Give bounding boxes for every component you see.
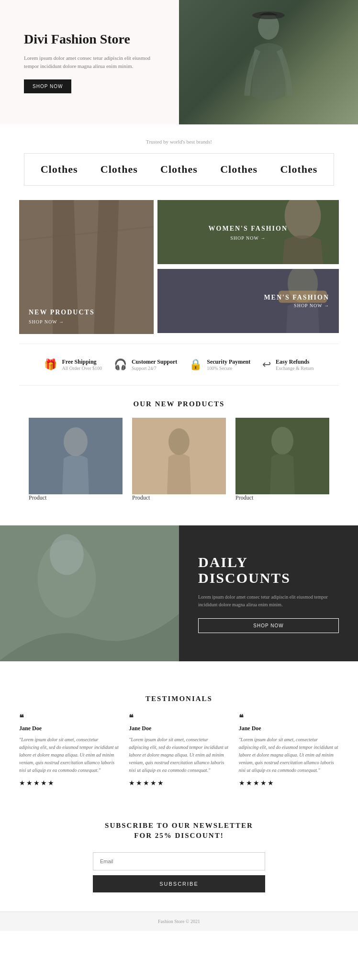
feature-text-support: Customer Support Support 24/7: [132, 358, 177, 371]
feature-title-refunds: Easy Refunds: [276, 358, 313, 366]
product-name-3: Product: [235, 494, 329, 501]
newsletter-email-input[interactable]: [93, 852, 265, 870]
product-image-3: [235, 418, 329, 494]
category-mens[interactable]: MEN'S FASHION SHOP NOW: [157, 269, 339, 334]
daily-discounts-description: Lorem ipsum dolor amet consec tetur adip…: [198, 593, 339, 609]
svg-point-16: [50, 534, 84, 575]
product-image-1: [29, 418, 123, 494]
category-womens[interactable]: WOMEN'S FASHION SHOP NOW: [157, 200, 339, 265]
daily-discounts-cta-button[interactable]: SHOP NOW: [198, 618, 339, 633]
svg-point-11: [168, 428, 190, 455]
brands-section: Trusted by world's best brands! Clothes …: [0, 124, 358, 200]
quote-icon-2: ❝: [129, 713, 229, 723]
feature-text-security: Security Payment 100% Secure: [207, 358, 250, 371]
testimonial-card-3: ❝ Jane Doe "Lorem ipsum dolor sit amet, …: [239, 713, 339, 787]
product-svg-1: [29, 418, 123, 494]
feature-text-refunds: Easy Refunds Exchange & Return: [276, 358, 313, 371]
hero-section: Divi Fashion Store Lorem ipsum dolor ame…: [0, 0, 358, 124]
category-right: WOMEN'S FASHION SHOP NOW MEN'S FASHION S…: [157, 200, 339, 334]
feature-free-shipping: 🎁 Free Shipping All Order Over $100: [44, 358, 102, 371]
testimonial-name-2: Jane Doe: [129, 725, 229, 732]
testimonials-grid: ❝ Jane Doe "Lorem ipsum dolor sit amet, …: [19, 713, 339, 787]
daily-discounts-title: DAILYDISCOUNTS: [198, 554, 339, 586]
product-svg-3: [235, 418, 329, 494]
newsletter-subscribe-button[interactable]: SUBSCRIBE: [93, 875, 265, 892]
product-image-2: [132, 418, 226, 494]
product-card-2[interactable]: Product: [132, 418, 226, 501]
testimonial-text-1: "Lorem ipsum dolor sit amet, consectetur…: [19, 736, 119, 774]
feature-support: 🎧 Customer Support Support 24/7: [114, 358, 177, 371]
brand-item-3: Clothes: [160, 163, 198, 176]
brand-item-1: Clothes: [41, 163, 78, 176]
daily-discounts-section: DAILYDISCOUNTS Lorem ipsum dolor amet co…: [0, 525, 358, 661]
new-products-link[interactable]: SHOP NOW: [29, 319, 144, 324]
mens-text: MEN'S FASHION SHOP NOW: [264, 294, 329, 309]
feature-text-shipping: Free Shipping All Order Over $100: [62, 358, 102, 371]
feature-subtitle-shipping: All Order Over $100: [62, 366, 102, 371]
testimonial-card-1: ❝ Jane Doe "Lorem ipsum dolor sit amet, …: [19, 713, 119, 787]
feature-title-security: Security Payment: [207, 358, 250, 366]
hero-text: Divi Fashion Store Lorem ipsum dolor ame…: [0, 12, 179, 112]
product-name-1: Product: [29, 494, 123, 501]
mens-overlay: MEN'S FASHION SHOP NOW: [157, 269, 339, 334]
svg-point-9: [64, 427, 88, 456]
testimonials-title: TESTIMONIALS: [19, 695, 339, 703]
feature-security: 🔒 Security Payment 100% Secure: [189, 358, 250, 371]
product-svg-2: [132, 418, 226, 494]
testimonial-text-2: "Lorem ipsum dolor sit amet, consectetur…: [129, 736, 229, 774]
daily-discounts-image: [0, 525, 179, 661]
hero-description: Lorem ipsum dolor amet consec tetur adip…: [24, 54, 160, 71]
brand-item-2: Clothes: [101, 163, 138, 176]
footer-text: Fashion Store © 2021: [158, 919, 200, 924]
newsletter-title: SUBSCRIBE TO OUR NEWSLETTERFOR 25% DISCO…: [10, 821, 348, 841]
hero-image: [179, 0, 358, 124]
feature-subtitle-refunds: Exchange & Return: [276, 366, 313, 371]
category-grid: NEW PRODUCTS SHOP NOW WOMEN'S FASHION SH…: [19, 200, 339, 334]
testimonial-stars-3: ★★★★★: [239, 779, 339, 787]
hero-cta-button[interactable]: SHOP NOW: [24, 79, 71, 93]
testimonials-section: TESTIMONIALS ❝ Jane Doe "Lorem ipsum dol…: [0, 661, 358, 802]
feature-subtitle-security: 100% Secure: [207, 366, 250, 371]
footer: Fashion Store © 2021: [0, 912, 358, 931]
testimonial-text-3: "Lorem ipsum dolor sit amet, consectetur…: [239, 736, 339, 774]
category-new-products[interactable]: NEW PRODUCTS SHOP NOW: [19, 200, 154, 334]
newsletter-section: SUBSCRIBE TO OUR NEWSLETTERFOR 25% DISCO…: [0, 802, 358, 912]
product-name-2: Product: [132, 494, 226, 501]
lock-icon: 🔒: [189, 358, 202, 371]
brands-box: Clothes Clothes Clothes Clothes Clothes: [24, 153, 334, 186]
new-products-section: OUR NEW PRODUCTS Product Product: [0, 400, 358, 516]
brand-item-5: Clothes: [280, 163, 317, 176]
feature-refunds: ↩ Easy Refunds Exchange & Return: [262, 358, 313, 371]
gift-icon: 🎁: [44, 358, 57, 371]
womens-link[interactable]: SHOP NOW: [230, 235, 266, 241]
feature-subtitle-support: Support 24/7: [132, 366, 177, 371]
hero-figure-svg: [240, 10, 297, 115]
testimonial-card-2: ❝ Jane Doe "Lorem ipsum dolor sit amet, …: [129, 713, 229, 787]
hero-title: Divi Fashion Store: [24, 31, 160, 47]
womens-title: WOMEN'S FASHION: [209, 225, 288, 233]
newsletter-form: SUBSCRIBE: [93, 852, 265, 892]
daily-discounts-content: DAILYDISCOUNTS Lorem ipsum dolor amet co…: [179, 525, 358, 661]
quote-icon-3: ❝: [239, 713, 339, 723]
headphone-icon: 🎧: [114, 358, 127, 371]
testimonial-name-3: Jane Doe: [239, 725, 339, 732]
svg-point-13: [271, 427, 293, 455]
product-card-3[interactable]: Product: [235, 418, 329, 501]
feature-title-support: Customer Support: [132, 358, 177, 366]
brands-tagline: Trusted by world's best brands!: [10, 139, 348, 145]
womens-overlay: WOMEN'S FASHION SHOP NOW: [157, 200, 339, 265]
feature-title-shipping: Free Shipping: [62, 358, 102, 366]
refund-icon: ↩: [262, 358, 271, 371]
new-products-section-title: OUR NEW PRODUCTS: [0, 400, 358, 408]
brand-item-4: Clothes: [220, 163, 257, 176]
mens-link[interactable]: SHOP NOW: [294, 303, 329, 308]
new-products-title: NEW PRODUCTS: [29, 309, 144, 316]
quote-icon-1: ❝: [19, 713, 119, 723]
product-card-1[interactable]: Product: [29, 418, 123, 501]
daily-discounts-svg: [0, 525, 179, 661]
testimonial-stars-1: ★★★★★: [19, 779, 119, 787]
features-section: 🎁 Free Shipping All Order Over $100 🎧 Cu…: [19, 344, 339, 386]
products-grid: Product Product Product: [0, 418, 358, 516]
mens-title: MEN'S FASHION: [264, 294, 329, 301]
testimonial-name-1: Jane Doe: [19, 725, 119, 732]
